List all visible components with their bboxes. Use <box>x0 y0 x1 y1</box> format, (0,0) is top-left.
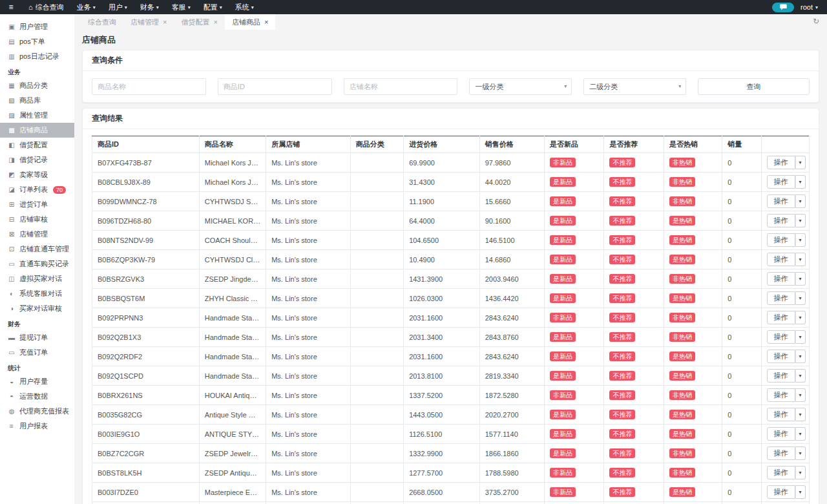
sidebar-item[interactable]: ◓ 运营数据 <box>0 389 74 404</box>
sale-price-cell: 90.1600 <box>479 211 544 231</box>
action-button[interactable]: 操作 <box>767 233 795 247</box>
tab[interactable]: 店铺管理 × <box>123 14 174 30</box>
sidebar-item[interactable]: ▧ 商品库 <box>0 93 74 108</box>
action-dropdown-button[interactable]: ▾ <box>795 214 806 227</box>
nav-menu[interactable]: 系统 ▾ <box>229 0 260 14</box>
sidebar-item[interactable]: ◑ 买家对话审核 <box>0 301 74 316</box>
sidebar-item[interactable]: ◫ 虚拟买家对话 <box>0 271 74 286</box>
user-menu[interactable]: root ▾ <box>801 3 818 11</box>
action-button[interactable]: 操作 <box>767 485 795 499</box>
sidebar-item[interactable]: ⊠ 店铺管理 <box>0 227 74 242</box>
refresh-icon[interactable]: ↻ <box>813 17 819 26</box>
nav-menu[interactable]: 配置 ▾ <box>197 0 229 14</box>
sidebar-item[interactable]: ◪ 订单列表 70 <box>0 182 74 197</box>
action-button[interactable]: 操作 <box>767 466 795 479</box>
sidebar-item[interactable]: ▬ 提现订单 <box>0 330 74 345</box>
sidebar-item[interactable]: ▥ pos日志记录 <box>0 49 74 64</box>
tab-label: 店铺商品 <box>232 17 260 27</box>
action-dropdown-button[interactable]: ▾ <box>795 253 806 266</box>
tab[interactable]: 综合查询 <box>81 14 123 30</box>
close-icon[interactable]: × <box>163 19 167 26</box>
recommend-status-cell: 不推荐 <box>604 289 664 308</box>
action-cell: 操作 ▾ <box>761 173 809 192</box>
action-button[interactable]: 操作 <box>767 369 795 383</box>
nav-menu[interactable]: 财务 ▾ <box>134 0 165 14</box>
sidebar-item[interactable]: ≡ 用户报表 <box>0 419 74 434</box>
sidebar-item[interactable]: ◨ 借贷记录 <box>0 152 74 167</box>
action-button[interactable]: 操作 <box>767 427 795 441</box>
action-button[interactable]: 操作 <box>767 388 795 402</box>
sidebar-item[interactable]: ⊞ 进货订单 <box>0 197 74 212</box>
action-button[interactable]: 操作 <box>767 446 795 460</box>
table-row: B096TDZH68-80 MICHAEL KORS MER… Ms. Lin'… <box>92 211 810 231</box>
sidebar-item[interactable]: ▩ 店铺商品 <box>0 123 74 138</box>
action-button[interactable]: 操作 <box>767 272 795 286</box>
sidebar-item[interactable]: ◐ 系统客服对话 <box>0 286 74 301</box>
close-icon[interactable]: × <box>213 19 217 26</box>
close-icon[interactable]: × <box>264 19 268 26</box>
sidebar-item[interactable]: ◧ 借贷配置 <box>0 138 74 152</box>
action-button[interactable]: 操作 <box>767 291 795 305</box>
sidebar-item[interactable]: ▭ 直通车购买记录 <box>0 257 74 271</box>
sidebar-item[interactable]: ▦ 商品分类 <box>0 78 74 93</box>
sidebar-item[interactable]: ⊡ 店铺直通车管理 <box>0 242 74 257</box>
sidebar-item[interactable]: ◍ 代理商充值报表 <box>0 404 74 419</box>
action-dropdown-button[interactable]: ▾ <box>795 330 806 344</box>
table-row: B0BST8LK5H ZSEDP Antique Blue … Ms. Lin'… <box>92 463 810 483</box>
sidebar-item[interactable]: ▨ 属性管理 <box>0 108 74 123</box>
category-cell <box>350 502 403 504</box>
sidebar-item-label: 虚拟买家对话 <box>19 274 62 284</box>
sale-price-cell: 3735.2700 <box>479 483 544 502</box>
new-status-cell: 是新品 <box>545 444 604 463</box>
store-name-input[interactable] <box>344 78 458 95</box>
nav-menu[interactable]: 用户 ▾ <box>102 0 134 14</box>
action-dropdown-button[interactable]: ▾ <box>795 427 806 441</box>
action-dropdown-button[interactable]: ▾ <box>795 446 806 460</box>
menu-icon[interactable]: ≡ <box>0 0 22 14</box>
nav-menu[interactable]: 客服 ▾ <box>165 0 197 14</box>
action-dropdown-button[interactable]: ▾ <box>795 194 806 208</box>
action-button[interactable]: 操作 <box>767 408 795 421</box>
action-button[interactable]: 操作 <box>767 214 795 227</box>
action-dropdown-button[interactable]: ▾ <box>795 272 806 286</box>
action-dropdown-button[interactable]: ▾ <box>795 466 806 479</box>
action-button[interactable]: 操作 <box>767 194 795 208</box>
action-dropdown-button[interactable]: ▾ <box>795 175 806 189</box>
sidebar-item[interactable]: ⊟ 店铺审核 <box>0 212 74 227</box>
action-button[interactable]: 操作 <box>767 311 795 324</box>
tab[interactable]: 店铺商品 × <box>225 14 275 30</box>
action-dropdown-button[interactable]: ▾ <box>795 369 806 383</box>
nav-menu-label: 配置 <box>204 3 218 12</box>
category-level2-select[interactable]: 二级分类 <box>583 78 686 95</box>
sidebar-item[interactable]: ▤ pos下单 <box>0 34 74 49</box>
sidebar-item[interactable]: ◒ 用户存量 <box>0 374 74 389</box>
search-button[interactable]: 查询 <box>698 78 810 95</box>
sidebar-item[interactable]: ◩ 卖家等级 <box>0 167 74 182</box>
hot-status-badge: 是热销 <box>669 410 695 419</box>
nav-home[interactable]: ⌂ 综合查询 <box>22 0 70 14</box>
action-dropdown-button[interactable]: ▾ <box>795 233 806 247</box>
action-button[interactable]: 操作 <box>767 330 795 344</box>
product-id-input[interactable] <box>218 78 332 95</box>
sidebar-item[interactable]: ▣ 用户管理 <box>0 19 74 34</box>
hot-status-badge: 非热销 <box>669 196 695 206</box>
tab[interactable]: 借贷配置 × <box>174 14 224 30</box>
nav-menu[interactable]: 业务 ▾ <box>70 0 102 14</box>
category-level1-select[interactable]: 一级分类 <box>469 78 572 95</box>
action-dropdown-button[interactable]: ▾ <box>795 350 806 363</box>
action-button[interactable]: 操作 <box>767 175 795 189</box>
action-button[interactable]: 操作 <box>767 156 795 169</box>
action-dropdown-button[interactable]: ▾ <box>795 408 806 421</box>
sidebar-item[interactable]: ▭ 充值订单 <box>0 345 74 360</box>
action-button[interactable]: 操作 <box>767 253 795 266</box>
action-button[interactable]: 操作 <box>767 350 795 363</box>
action-dropdown-button[interactable]: ▾ <box>795 388 806 402</box>
action-dropdown-button[interactable]: ▾ <box>795 311 806 324</box>
action-dropdown-button[interactable]: ▾ <box>795 156 806 169</box>
action-dropdown-button[interactable]: ▾ <box>795 485 806 499</box>
chat-button[interactable] <box>772 3 794 12</box>
goods-category-icon: ▦ <box>8 82 16 89</box>
action-dropdown-button[interactable]: ▾ <box>795 291 806 305</box>
product-name-input[interactable] <box>92 78 206 95</box>
action-cell: 操作 ▾ <box>761 289 809 308</box>
